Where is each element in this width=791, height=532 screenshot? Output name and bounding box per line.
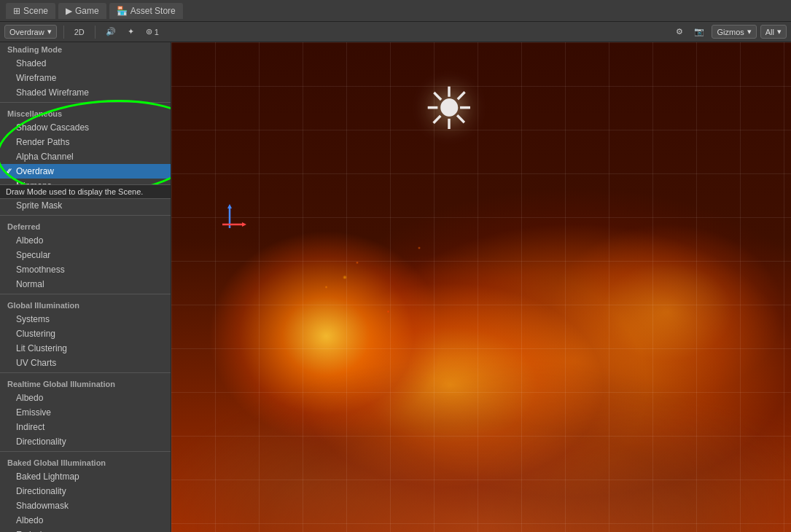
menu-item-alpha-channel[interactable]: Alpha Channel	[0, 149, 171, 164]
audio-button[interactable]: 🔊	[102, 26, 120, 38]
menu-item-sprite-mask[interactable]: Sprite Mask	[0, 198, 171, 213]
gi-header: Global Illumination	[0, 297, 171, 312]
tab-game[interactable]: ▶ Game	[58, 3, 106, 19]
menu-item-directionality-rgi[interactable]: Directionality	[0, 434, 171, 449]
toolbar-sep-2	[95, 26, 96, 39]
gizmos-dropdown[interactable]: Gizmos ▾	[712, 25, 756, 39]
menu-item-specular[interactable]: Specular	[0, 248, 171, 262]
settings-icon: ⚙	[676, 27, 683, 36]
tab-asset-store[interactable]: 🏪 Asset Store	[109, 3, 183, 19]
toolbar-right-area: ⚙ 📷 Gizmos ▾ All ▾	[672, 25, 787, 39]
mode-2d-button[interactable]: 2D	[71, 26, 88, 38]
menu-item-shadow-cascades[interactable]: Shadow Cascades	[0, 120, 171, 135]
realtime-gi-header: Realtime Global Illumination	[0, 375, 171, 391]
divider-6	[0, 451, 171, 452]
menu-item-systems[interactable]: Systems	[0, 312, 171, 326]
menu-item-normal[interactable]: Normal	[0, 277, 171, 292]
menu-item-uv-charts-gi[interactable]: UV Charts	[0, 356, 171, 370]
tab-scene[interactable]: ⊞ Scene	[6, 3, 55, 19]
settings-button[interactable]: ⚙	[672, 26, 687, 38]
divider-3	[0, 215, 171, 216]
divider-5	[0, 372, 171, 373]
menu-item-indirect[interactable]: Indirect	[0, 420, 171, 434]
menu-item-albedo-deferred[interactable]: Albedo	[0, 233, 171, 248]
scene-viewport[interactable]: ☀	[171, 42, 791, 532]
menu-item-shaded-wireframe[interactable]: Shaded Wireframe	[0, 85, 171, 100]
menu-item-lit-clustering[interactable]: Lit Clustering	[0, 341, 171, 356]
dropdown-arrow: ▾	[47, 27, 52, 36]
all-arrow: ▾	[777, 27, 782, 36]
menu-item-wireframe[interactable]: Wireframe	[0, 71, 171, 85]
menu-item-clustering[interactable]: Clustering	[0, 326, 171, 341]
misc-header: Miscellaneous	[0, 105, 171, 120]
top-tab-bar: ⊞ Scene ▶ Game 🏪 Asset Store	[0, 0, 791, 22]
toolbar-sep-1	[63, 26, 64, 39]
menu-item-shaded[interactable]: Shaded	[0, 56, 171, 71]
fx-icon: ✦	[128, 27, 134, 36]
menu-item-directionality-bgi[interactable]: Directionality	[0, 484, 171, 498]
main-area: Shading Mode Shaded Wireframe Shaded Wir…	[0, 42, 791, 532]
svg-marker-3	[242, 222, 246, 227]
divider-4	[0, 294, 171, 294]
menu-item-render-paths[interactable]: Render Paths	[0, 135, 171, 149]
divider-1	[0, 102, 171, 103]
menu-item-smoothness[interactable]: Smoothness	[0, 262, 171, 277]
overdraw-dropdown[interactable]: Overdraw ▾	[4, 25, 57, 39]
baked-gi-header: Baked Global Illumination	[0, 454, 171, 469]
layer-count[interactable]: ⊚ 1	[142, 26, 163, 38]
camera-button[interactable]: 📷	[690, 26, 708, 38]
draw-mode-menu: Shading Mode Shaded Wireframe Shaded Wir…	[0, 42, 171, 532]
asset-store-icon: 🏪	[117, 6, 128, 16]
menu-item-baked-lightmap[interactable]: Baked Lightmap	[0, 469, 171, 484]
menu-item-albedo-rgi[interactable]: Albedo	[0, 391, 171, 405]
tooltip-text: Draw Mode used to display the Scene.	[0, 184, 171, 199]
camera-icon: 📷	[694, 27, 704, 36]
all-dropdown[interactable]: All ▾	[760, 25, 787, 39]
menu-item-albedo-bgi[interactable]: Albedo	[0, 513, 171, 528]
menu-item-emissive-rgi[interactable]: Emissive	[0, 405, 171, 420]
scene-toolbar: Overdraw ▾ 2D 🔊 ✦ ⊚ 1 ⚙ 📷 Gizmos ▾ All ▾	[0, 22, 791, 42]
layers-icon: ⊚	[146, 27, 152, 36]
transform-widget[interactable]	[211, 203, 248, 239]
sun-icon: ☀	[423, 75, 475, 143]
svg-marker-1	[227, 204, 232, 208]
menu-item-emissive-bgi[interactable]: Emissive	[0, 528, 171, 532]
gizmos-arrow: ▾	[747, 27, 752, 36]
scene-icon: ⊞	[13, 6, 20, 16]
fx-button[interactable]: ✦	[124, 26, 138, 38]
audio-icon: 🔊	[106, 27, 116, 36]
game-icon: ▶	[66, 6, 72, 16]
deferred-header: Deferred	[0, 218, 171, 233]
menu-item-shadowmask[interactable]: Shadowmask	[0, 498, 171, 513]
particle-overlay	[171, 42, 791, 532]
shading-mode-header: Shading Mode	[0, 42, 171, 56]
menu-item-overdraw[interactable]: ✓ Overdraw	[0, 164, 171, 179]
